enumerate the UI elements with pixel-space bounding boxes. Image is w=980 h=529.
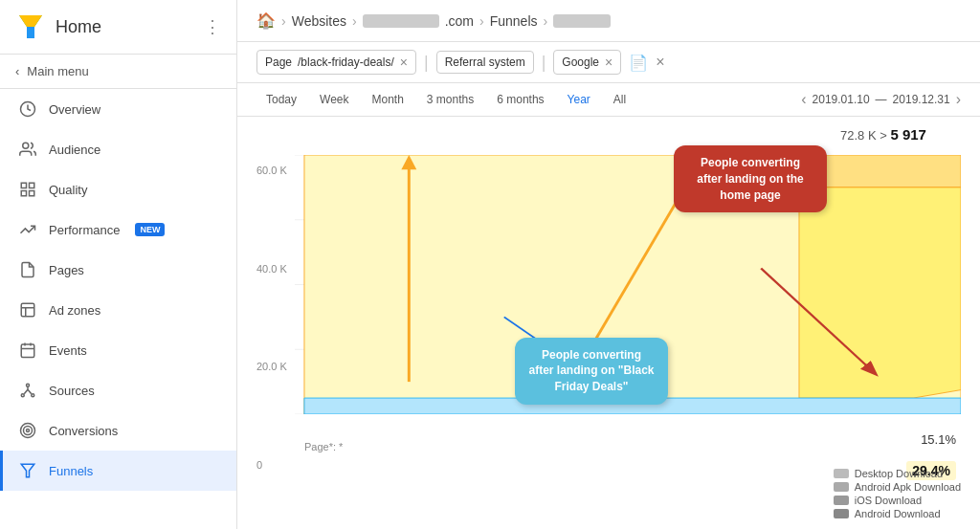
svg-point-14 (27, 384, 30, 386)
sidebar-header: Home ⋮ (0, 0, 236, 55)
filter-chip-referral-label: Referral system (445, 55, 525, 69)
sidebar-item-label-adzones: Ad zones (49, 303, 100, 318)
breadcrumb: 🏠 › Websites › .com › Funnels › (237, 0, 980, 42)
date-next-button[interactable]: › (956, 91, 961, 108)
svg-rect-7 (30, 191, 34, 196)
y-label-60k: 60.0 K (256, 165, 287, 176)
bubble-blue-text: People converting after landing on "Blac… (528, 348, 654, 394)
sidebar-item-events[interactable]: Events (0, 330, 236, 370)
gauge-icon (18, 99, 37, 119)
svg-rect-8 (21, 191, 26, 196)
sidebar-item-conversions[interactable]: Conversions (0, 410, 236, 451)
time-year-button[interactable]: Year (558, 89, 600, 110)
y-label-40k: 40.0 K (256, 263, 287, 275)
legend-item-apk: Android Apk Download (834, 481, 961, 493)
pct-15-value: 15.1% (921, 432, 956, 447)
sidebar-item-quality[interactable]: Quality (0, 169, 236, 209)
funnel-icon (18, 461, 37, 480)
bubble-red-text: People converting after landing on the h… (697, 156, 803, 202)
pct-15: 15.1% (921, 432, 956, 447)
page-label: Page*: * (304, 441, 343, 452)
legend-label-desktop: Desktop Download (855, 468, 943, 479)
sidebar-item-audience[interactable]: Audience (0, 129, 236, 169)
sidebar: Home ⋮ ‹ Main menu Overview Audience Qua… (0, 0, 237, 529)
time-6months-button[interactable]: 6 months (487, 89, 553, 110)
more-options-button[interactable]: ⋮ (204, 16, 221, 37)
legend-item-desktop: Desktop Download (834, 468, 961, 479)
legend-swatch-desktop (834, 469, 849, 478)
svg-point-16 (32, 394, 34, 397)
y-label-0: 0 (256, 459, 287, 471)
new-badge: NEW (135, 223, 165, 236)
chart-stat-label: 72.8 K > (840, 128, 887, 143)
filter-chip-referral[interactable]: Referral system (436, 51, 534, 74)
home-icon[interactable]: 🏠 (256, 11, 276, 30)
people-icon (18, 140, 37, 159)
page-label-text: Page*: * (304, 441, 343, 452)
source-icon (18, 381, 37, 400)
y-axis: 60.0 K 40.0 K 20.0 K 0 (256, 165, 287, 471)
time-week-button[interactable]: Week (310, 89, 358, 110)
date-from: 2019.01.10 (813, 93, 870, 106)
svg-marker-1 (19, 15, 42, 27)
main-menu-item[interactable]: ‹ Main menu (0, 55, 236, 89)
filter-bar: Page /black-friday-deals/ × | Referral s… (237, 42, 980, 83)
legend-swatch-ios (834, 496, 849, 505)
svg-rect-9 (21, 303, 34, 317)
chart-stat-value: 5 917 (890, 126, 926, 143)
y-label-20k: 20.0 K (256, 361, 287, 372)
svg-marker-2 (27, 27, 34, 38)
svg-point-15 (21, 394, 24, 397)
sidebar-item-sources[interactable]: Sources (0, 370, 236, 410)
legend-label-ios: iOS Download (855, 495, 922, 506)
date-prev-button[interactable]: ‹ (801, 91, 806, 108)
chart-legend: Desktop Download Android Apk Download iO… (834, 468, 961, 519)
legend-item-android: Android Download (834, 508, 961, 519)
breadcrumb-funnels[interactable]: Funnels (490, 13, 538, 29)
time-all-button[interactable]: All (604, 89, 635, 110)
sidebar-item-performance[interactable]: Performance NEW (0, 209, 236, 250)
sidebar-item-label-conversions: Conversions (49, 424, 118, 438)
breadcrumb-sep-4: › (544, 13, 548, 29)
date-range: ‹ 2019.01.10 — 2019.12.31 › (801, 91, 961, 108)
breadcrumb-dot-com: .com (445, 13, 474, 29)
sidebar-item-label-quality: Quality (49, 183, 87, 197)
svg-marker-20 (21, 464, 34, 477)
svg-marker-28 (799, 187, 961, 398)
filter-chip-google-close[interactable]: × (605, 55, 612, 70)
sidebar-item-label-funnels: Funnels (49, 464, 93, 478)
filter-chip-page[interactable]: Page /black-friday-deals/ × (256, 50, 416, 75)
layout-icon (18, 300, 37, 320)
svg-rect-5 (21, 183, 26, 187)
clear-filters-button[interactable]: × (656, 54, 664, 71)
sidebar-item-funnels[interactable]: Funnels (0, 451, 236, 491)
sidebar-item-label-sources: Sources (49, 384, 95, 398)
app-logo (15, 11, 46, 42)
file-icon (18, 260, 37, 279)
legend-swatch-apk (834, 482, 849, 492)
filter-chip-page-label: Page (265, 55, 292, 69)
time-today-button[interactable]: Today (256, 89, 306, 110)
svg-point-19 (27, 430, 30, 432)
time-month-button[interactable]: Month (363, 89, 413, 110)
date-separator: — (876, 93, 887, 106)
document-icon[interactable]: 📄 (629, 54, 648, 72)
filter-divider-2: | (542, 53, 546, 73)
chart-stat: 72.8 K > 5 917 (840, 126, 926, 143)
main-content: 🏠 › Websites › .com › Funnels › Page /bl… (237, 0, 980, 529)
time-bar: Today Week Month 3 months 6 months Year … (237, 83, 980, 117)
breadcrumb-websites[interactable]: Websites (292, 13, 346, 29)
trending-icon (18, 220, 37, 239)
filter-chip-google[interactable]: Google × (553, 50, 621, 75)
sidebar-item-ad-zones[interactable]: Ad zones (0, 290, 236, 330)
sidebar-nav: Overview Audience Quality Performance NE… (0, 89, 236, 491)
sidebar-item-label-performance: Performance (49, 223, 120, 237)
time-3months-button[interactable]: 3 months (417, 89, 483, 110)
filter-divider-1: | (424, 53, 429, 73)
calendar-icon (18, 341, 37, 360)
sidebar-item-pages[interactable]: Pages (0, 250, 236, 290)
breadcrumb-sep-3: › (479, 13, 484, 29)
svg-point-4 (23, 143, 29, 148)
sidebar-item-overview[interactable]: Overview (0, 89, 236, 129)
filter-chip-page-close[interactable]: × (400, 55, 408, 70)
